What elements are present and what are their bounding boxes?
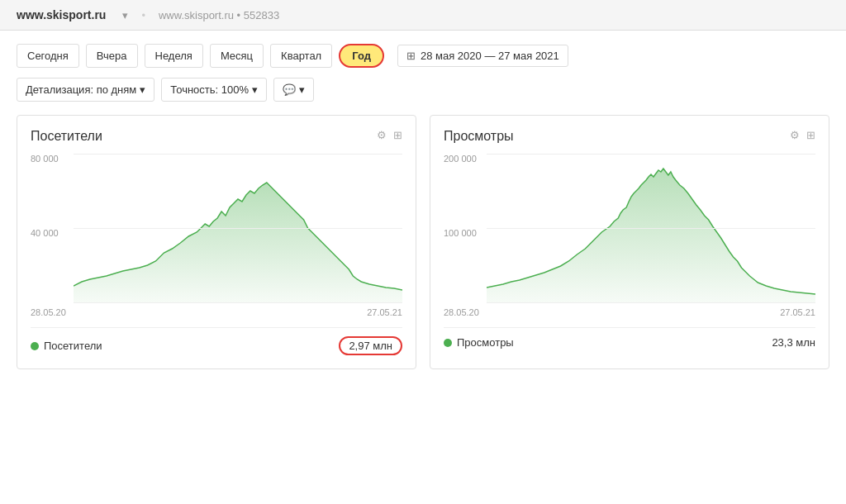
pageviews-legend-label: Просмотры xyxy=(457,336,514,349)
pageviews-chart-header: Просмотры ⚙ ⊞ xyxy=(444,129,815,144)
top-bar: www.skisport.ru ▾ • www.skisport.ru • 55… xyxy=(0,0,846,31)
pageviews-date-from: 28.05.20 xyxy=(444,307,479,317)
pageviews-chart-dates: 28.05.20 27.05.21 xyxy=(444,307,815,317)
pageviews-legend-value: 23,3 млн xyxy=(772,336,815,349)
visitors-chart-card: Посетители ⚙ ⊞ 80 000 40 000 xyxy=(17,115,416,369)
divider: • xyxy=(141,9,145,21)
visitors-chart-header: Посетители ⚙ ⊞ xyxy=(31,129,402,144)
date-range-picker[interactable]: ⊞ 28 мая 2020 — 27 мая 2021 xyxy=(397,45,568,67)
pageviews-chart-area: 200 000 100 000 xyxy=(444,154,815,302)
period-today[interactable]: Сегодня xyxy=(17,44,79,68)
visitors-legend-item: Посетители xyxy=(31,340,102,352)
visitors-y-top: 80 000 xyxy=(31,154,62,164)
visitors-chart-icons: ⚙ ⊞ xyxy=(377,129,402,141)
visitors-gear-icon[interactable]: ⚙ xyxy=(377,129,387,141)
visitors-date-to: 27.05.21 xyxy=(367,307,402,317)
pageviews-grid-icon[interactable]: ⊞ xyxy=(806,129,815,141)
pageviews-y-labels: 200 000 100 000 xyxy=(444,154,480,302)
date-range-text: 28 мая 2020 — 27 мая 2021 xyxy=(421,50,559,62)
period-month[interactable]: Месяц xyxy=(210,44,264,68)
second-row: Детализация: по дням ▾ Точность: 100% ▾ … xyxy=(17,78,829,102)
pv-grid-bot xyxy=(487,302,815,303)
period-quarter[interactable]: Квартал xyxy=(270,44,332,68)
visitors-chart-legend: Посетители 2,97 млн xyxy=(31,327,402,355)
visitors-y-mid: 40 000 xyxy=(31,228,62,238)
site-id: www.skisport.ru • 552833 xyxy=(159,9,279,21)
visitors-chart-title: Посетители xyxy=(31,129,102,144)
period-week[interactable]: Неделя xyxy=(145,44,203,68)
pageviews-legend-item: Просмотры xyxy=(444,336,514,349)
pv-grid-top xyxy=(487,154,815,155)
pv-grid-mid xyxy=(487,228,815,229)
charts-row: Посетители ⚙ ⊞ 80 000 40 000 xyxy=(17,115,829,369)
visitors-chart-dates: 28.05.20 27.05.21 xyxy=(31,307,402,317)
comment-icon: 💬 xyxy=(283,83,296,96)
filter-row: Сегодня Вчера Неделя Месяц Квартал Год ⊞… xyxy=(17,44,829,68)
comment-dropdown[interactable]: 💬 ▾ xyxy=(273,78,314,102)
visitors-y-labels: 80 000 40 000 xyxy=(31,154,62,302)
pageviews-chart-title: Просмотры xyxy=(444,129,514,144)
site-chevron[interactable]: ▾ xyxy=(122,9,128,21)
pageviews-chart-icons: ⚙ ⊞ xyxy=(790,129,815,141)
pageviews-gear-icon[interactable]: ⚙ xyxy=(790,129,800,141)
visitors-chart-inner xyxy=(74,154,402,302)
visitors-legend-value: 2,97 млн xyxy=(339,336,402,355)
visitors-grid-icon[interactable]: ⊞ xyxy=(393,129,402,141)
grid-line-mid xyxy=(74,228,402,229)
grid-line-top xyxy=(74,154,402,155)
pageviews-chart-card: Просмотры ⚙ ⊞ 200 000 100 000 xyxy=(430,115,829,369)
visitors-legend-label: Посетители xyxy=(44,340,102,352)
main-content: Сегодня Вчера Неделя Месяц Квартал Год ⊞… xyxy=(0,31,846,383)
visitors-legend-dot xyxy=(31,342,39,350)
site-name[interactable]: www.skisport.ru xyxy=(17,8,106,21)
pageviews-legend-dot xyxy=(444,339,452,347)
pageviews-y-mid: 100 000 xyxy=(444,228,480,238)
visitors-date-from: 28.05.20 xyxy=(31,307,66,317)
pageviews-chart-inner xyxy=(487,154,815,302)
detail-dropdown[interactable]: Детализация: по дням ▾ xyxy=(17,78,154,102)
accuracy-dropdown[interactable]: Точность: 100% ▾ xyxy=(161,78,267,102)
visitors-chart-area: 80 000 40 000 xyxy=(31,154,402,302)
calendar-icon: ⊞ xyxy=(406,50,416,62)
grid-line-bot xyxy=(74,302,402,303)
pageviews-chart-legend: Просмотры 23,3 млн xyxy=(444,327,815,349)
pageviews-y-top: 200 000 xyxy=(444,154,480,164)
period-year[interactable]: Год xyxy=(339,44,384,68)
pageviews-date-to: 27.05.21 xyxy=(780,307,815,317)
period-yesterday[interactable]: Вчера xyxy=(86,44,138,68)
